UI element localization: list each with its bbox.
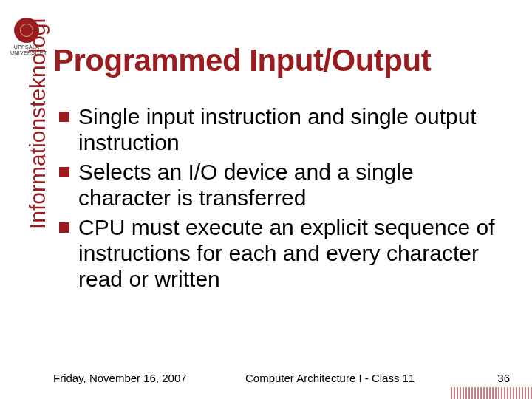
sidebar-vertical-label: Informationsteknologi [25, 18, 50, 229]
slide: UPPSALA UNIVERSITET Programmed Input/Out… [0, 0, 532, 399]
bullet-text: Selects an I/O device and a single chara… [78, 159, 510, 211]
bullet-marker-icon [59, 112, 69, 122]
bullet-item: CPU must execute an explicit sequence of… [59, 214, 510, 293]
bullet-text: Single input instruction and single outp… [78, 103, 510, 156]
bullet-marker-icon [59, 167, 69, 177]
bullet-item: Single input instruction and single outp… [59, 103, 510, 156]
bullet-marker-icon [59, 222, 69, 233]
bullet-item: Selects an I/O device and a single chara… [59, 159, 510, 211]
bullet-text: CPU must execute an explicit sequence of… [78, 214, 510, 293]
footer-date: Friday, November 16, 2007 [53, 372, 231, 384]
corner-decoration [451, 387, 532, 399]
slide-title: Programmed Input/Output [53, 43, 517, 78]
content-area: Single input instruction and single outp… [59, 103, 510, 296]
footer-course: Computer Architecture I - Class 11 [231, 372, 473, 384]
footer-page-number: 36 [473, 372, 510, 384]
footer: Friday, November 16, 2007 Computer Archi… [53, 372, 510, 384]
